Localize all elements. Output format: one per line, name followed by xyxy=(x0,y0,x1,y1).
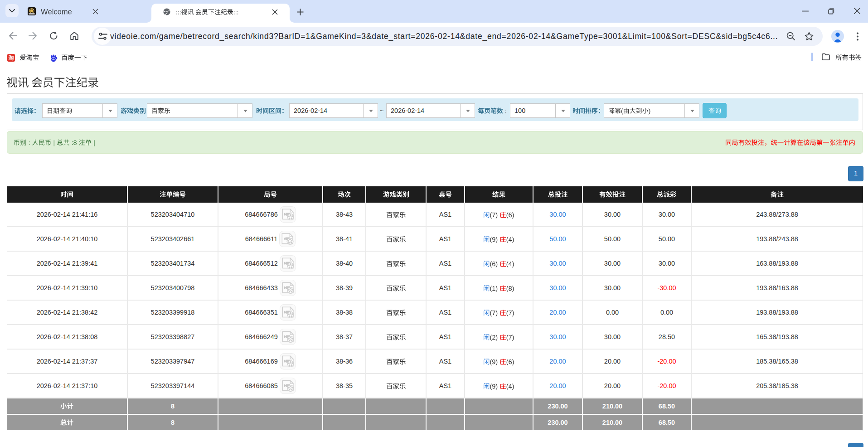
svg-text:du: du xyxy=(52,58,55,61)
